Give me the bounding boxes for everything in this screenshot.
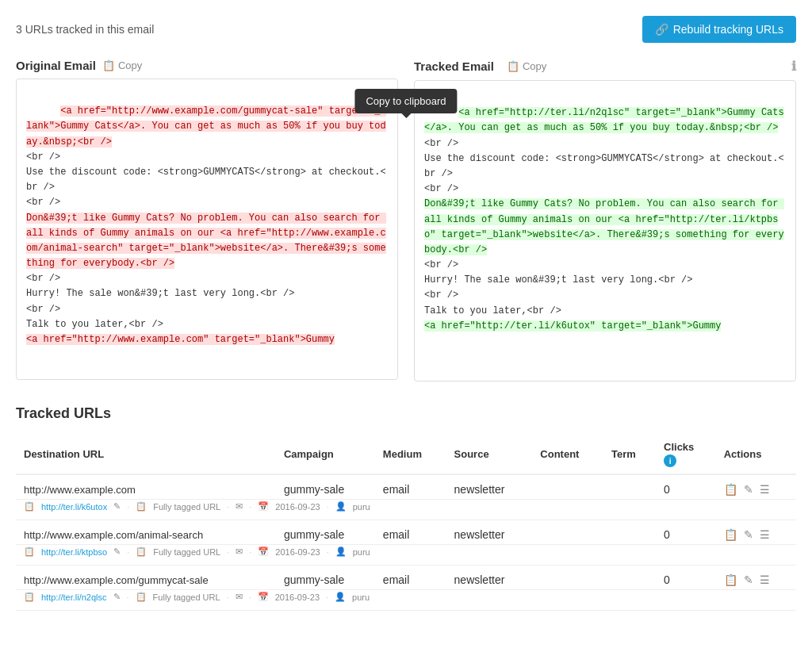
date-cell: 2016-09-23 xyxy=(275,547,320,557)
user-small-icon: 👤 xyxy=(335,546,347,557)
sub-info: 📋 http://ter.li/k6utox ✎ · 📋 Fully tagge… xyxy=(24,501,788,512)
edit-action-icon[interactable]: ✎ xyxy=(744,573,753,586)
calendar-small-icon: 📅 xyxy=(258,592,269,602)
term-cell xyxy=(603,566,656,590)
clicks-cell: 0 xyxy=(656,474,716,500)
table-sub-row: 📋 http://ter.li/ktpbso ✎ · 📋 Fully tagge… xyxy=(16,545,796,566)
source-cell: newsletter xyxy=(446,474,533,500)
clicks-cell: 0 xyxy=(656,566,716,590)
menu-action-icon[interactable]: ☰ xyxy=(760,483,770,496)
date-cell: 2016-09-23 xyxy=(275,502,320,512)
short-link[interactable]: http://ter.li/n2qlsc xyxy=(41,592,107,602)
copy-action-icon[interactable]: 📋 xyxy=(724,483,737,496)
tracked-urls-title: Tracked URLs xyxy=(16,405,796,422)
campaign-cell: gummy-sale xyxy=(276,566,375,590)
email-panels: Copy to clipboard Original Email 📋 Copy … xyxy=(16,59,796,382)
term-cell xyxy=(603,474,656,500)
user-small-icon: 👤 xyxy=(335,592,346,602)
copy-action-icon[interactable]: 📋 xyxy=(724,528,737,541)
edit-action-icon[interactable]: ✎ xyxy=(744,528,753,541)
original-email-title: Original Email xyxy=(16,59,96,72)
copy-action-icon[interactable]: 📋 xyxy=(724,573,737,586)
term-cell xyxy=(603,520,656,545)
content-cell xyxy=(532,566,603,590)
medium-cell: email xyxy=(375,566,446,590)
table-body: http://www.example.com gummy-sale email … xyxy=(16,474,796,611)
sub-info: 📋 http://ter.li/n2qlsc ✎ · 📋 Fully tagge… xyxy=(24,592,788,602)
original-line-3: Don&#39;t like Gummy Cats? No problem. Y… xyxy=(26,213,386,270)
tracked-line-5: <a href="http://ter.li/k6utox" target="_… xyxy=(424,320,721,332)
original-line-2: <br /> Use the discount code: <strong>GU… xyxy=(26,151,386,209)
col-actions: Actions xyxy=(716,435,796,474)
short-link[interactable]: http://ter.li/k6utox xyxy=(41,502,107,512)
edit-small-icon[interactable]: ✎ xyxy=(113,546,121,557)
copy-page-icon: 📋 xyxy=(102,59,115,71)
original-email-header: Original Email 📋 Copy xyxy=(16,59,398,72)
destination-url: http://www.example.com xyxy=(24,484,136,496)
table-row: http://www.example.com/gummycat-sale gum… xyxy=(16,566,796,590)
actions-cell: 📋 ✎ ☰ xyxy=(724,483,788,496)
col-medium: Medium xyxy=(375,435,446,474)
tracked-line-1: <a href="http://ter.li/n2qlsc" target="_… xyxy=(424,107,784,133)
tagged-label: Fully tagged URL xyxy=(153,502,220,512)
content-cell xyxy=(532,520,603,545)
campaign-cell: gummy-sale xyxy=(276,520,375,545)
original-copy-label: Copy xyxy=(118,59,142,71)
edit-action-icon[interactable]: ✎ xyxy=(744,483,753,496)
email-small-icon: ✉ xyxy=(236,592,243,602)
user-cell: puru xyxy=(353,502,370,512)
email-small-icon: ✉ xyxy=(236,501,243,512)
calendar-small-icon: 📅 xyxy=(258,501,269,512)
copy-tooltip: Copy to clipboard xyxy=(354,89,457,113)
destination-url: http://www.example.com/animal-search xyxy=(24,529,203,541)
tagged-label: Fully tagged URL xyxy=(153,592,220,602)
user-small-icon: 👤 xyxy=(335,501,347,512)
tracked-line-2: <br /> Use the discount code: <strong>GU… xyxy=(424,138,784,195)
info-icon[interactable]: ℹ xyxy=(791,59,796,74)
copy-small-icon: 📋 xyxy=(24,546,35,557)
tooltip-text: Copy to clipboard xyxy=(366,95,446,107)
actions-cell: 📋 ✎ ☰ xyxy=(724,528,788,541)
table-sub-row: 📋 http://ter.li/k6utox ✎ · 📋 Fully tagge… xyxy=(16,500,796,520)
menu-action-icon[interactable]: ☰ xyxy=(760,573,770,586)
date-cell: 2016-09-23 xyxy=(275,592,320,602)
copy-small-icon: 📋 xyxy=(24,501,35,512)
campaign-cell: gummy-sale xyxy=(276,474,375,500)
rebuild-tracking-button[interactable]: 🔗 Rebuild tracking URLs xyxy=(642,16,796,43)
table-row: http://www.example.com/animal-search gum… xyxy=(16,520,796,545)
edit-small-icon[interactable]: ✎ xyxy=(113,592,121,602)
original-line-4: <br /> Hurry! The sale won&#39;t last ve… xyxy=(26,273,294,330)
source-cell: newsletter xyxy=(446,566,533,590)
tracked-copy-button[interactable]: 📋 Copy xyxy=(507,60,546,72)
content-cell xyxy=(532,474,603,500)
tracked-email-panel: Tracked Email 📋 Copy ℹ <a href="http://t… xyxy=(414,59,796,382)
short-link[interactable]: http://ter.li/ktpbso xyxy=(41,547,107,557)
user-cell: puru xyxy=(352,592,370,602)
link-icon: 🔗 xyxy=(655,23,668,36)
top-bar: 3 URLs tracked in this email 🔗 Rebuild t… xyxy=(16,16,796,43)
clicks-info-icon[interactable]: i xyxy=(664,454,676,467)
clicks-cell: 0 xyxy=(656,520,716,545)
source-cell: newsletter xyxy=(446,520,533,545)
tracked-line-4: <br /> Hurry! The sale won&#39;t last ve… xyxy=(424,259,692,316)
actions-cell: 📋 ✎ ☰ xyxy=(724,573,788,586)
original-email-panel: Original Email 📋 Copy <a href="http://ww… xyxy=(16,59,398,382)
table-row: http://www.example.com gummy-sale email … xyxy=(16,474,796,500)
menu-action-icon[interactable]: ☰ xyxy=(760,528,770,541)
tracked-email-title: Tracked Email xyxy=(414,59,494,73)
sub-info: 📋 http://ter.li/ktpbso ✎ · 📋 Fully tagge… xyxy=(24,546,788,557)
clicks-label: Clicks xyxy=(664,441,694,453)
tracked-copy-label: Copy xyxy=(523,60,546,72)
tracked-urls-section: Tracked URLs Destination URL Campaign Me… xyxy=(16,405,796,611)
rebuild-btn-label: Rebuild tracking URLs xyxy=(673,23,783,36)
copy-small-icon: 📋 xyxy=(24,592,35,602)
table-sub-row: 📋 http://ter.li/n2qlsc ✎ · 📋 Fully tagge… xyxy=(16,590,796,611)
medium-cell: email xyxy=(375,474,446,500)
tracked-line-3: Don&#39;t like Gummy Cats? No problem. Y… xyxy=(424,198,784,255)
original-copy-button[interactable]: 📋 Copy xyxy=(102,59,142,71)
col-source: Source xyxy=(446,435,533,474)
email-small-icon: ✉ xyxy=(236,546,243,557)
col-term: Term xyxy=(603,435,656,474)
original-line-1: <a href="http://www.example.com/gummycat… xyxy=(26,105,386,147)
edit-small-icon[interactable]: ✎ xyxy=(113,501,121,512)
